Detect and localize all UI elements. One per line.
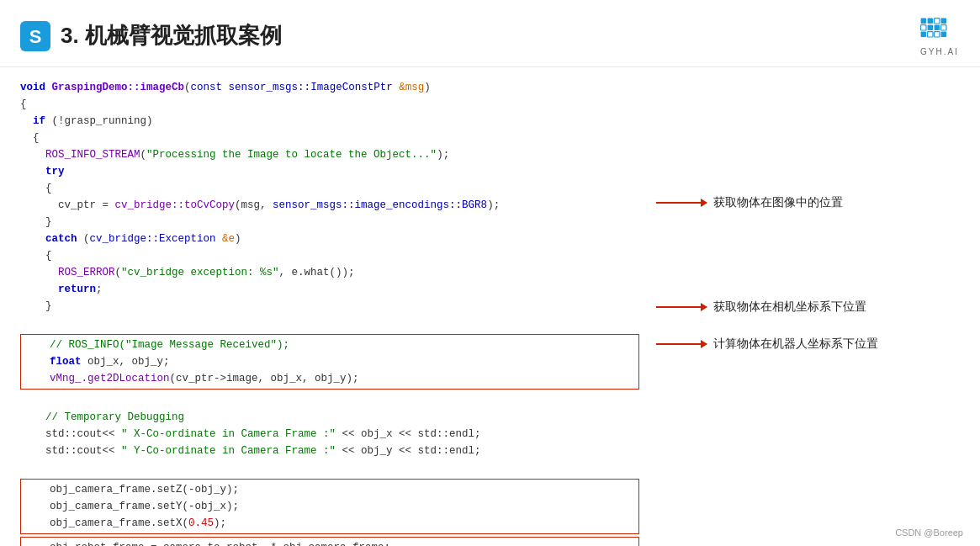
logo-icon bbox=[919, 15, 960, 45]
code-line-h1b: float obj_x, obj_y; bbox=[24, 353, 635, 370]
code-line-14: } bbox=[20, 298, 639, 315]
header-icon: S bbox=[20, 21, 50, 51]
code-line-11: { bbox=[20, 247, 639, 264]
code-line-1: void GraspingDemo::imageCb(const sensor_… bbox=[20, 79, 639, 96]
code-line-space2 bbox=[20, 392, 639, 409]
code-line-15: // Temporary Debugging bbox=[20, 409, 639, 426]
annotation-text-1: 获取物体在图像中的位置 bbox=[713, 195, 843, 210]
code-line-space1 bbox=[20, 315, 639, 331]
svg-rect-5 bbox=[941, 19, 946, 24]
code-line-4: { bbox=[20, 130, 639, 146]
svg-rect-7 bbox=[928, 25, 933, 30]
main-content: void GraspingDemo::imageCb(const sensor_… bbox=[0, 67, 980, 546]
code-line-h3a: obj_robot_frame = camera_to_robot_ * obj… bbox=[24, 539, 635, 546]
code-line-8: cv_ptr = cv_bridge::toCvCopy(msg, sensor… bbox=[20, 197, 639, 214]
page-title: 3. 机械臂视觉抓取案例 bbox=[61, 21, 919, 50]
svg-rect-9 bbox=[941, 25, 946, 30]
arrow-line-2 bbox=[656, 306, 707, 308]
svg-rect-4 bbox=[935, 19, 940, 24]
logo-text: GYH.AI bbox=[920, 47, 959, 56]
code-line-12: ROS_ERROR("cv_bridge exception: %s", e.w… bbox=[20, 264, 639, 281]
code-line-h1c: vMng_.get2DLocation(cv_ptr->image, obj_x… bbox=[24, 370, 635, 387]
annotation-area: 获取物体在图像中的位置 获取物体在相机坐标系下位置 计算物体在机器人坐标系下位置 bbox=[656, 79, 980, 546]
code-area: void GraspingDemo::imageCb(const sensor_… bbox=[0, 79, 656, 546]
code-line-3: if (!grasp_running) bbox=[20, 113, 639, 130]
annotation-3: 计算物体在机器人坐标系下位置 bbox=[656, 337, 878, 352]
code-line-space3 bbox=[20, 459, 639, 476]
annotation-2: 获取物体在相机坐标系下位置 bbox=[656, 300, 866, 315]
svg-rect-10 bbox=[921, 32, 926, 37]
code-line-h2a: obj_camera_frame.setZ(-obj_y); bbox=[24, 481, 635, 498]
annotation-1: 获取物体在图像中的位置 bbox=[656, 195, 843, 210]
page-container: S 3. 机械臂视觉抓取案例 GYH.AI bbox=[0, 0, 980, 546]
code-line-h2c: obj_camera_frame.setX(0.45); bbox=[24, 515, 635, 532]
svg-rect-13 bbox=[941, 32, 946, 37]
code-line-17: std::cout<< " Y-Co-ordinate in Camera Fr… bbox=[20, 443, 639, 459]
code-line-2: { bbox=[20, 96, 639, 113]
code-line-13: return; bbox=[20, 281, 639, 298]
code-line-10: catch (cv_bridge::Exception &e) bbox=[20, 231, 639, 247]
code-line-6: try bbox=[20, 163, 639, 180]
arrow-line-3 bbox=[656, 343, 707, 345]
code-line-16: std::cout<< " X-Co-ordinate in Camera Fr… bbox=[20, 426, 639, 443]
code-line-h2b: obj_camera_frame.setY(-obj_x); bbox=[24, 498, 635, 515]
svg-rect-8 bbox=[935, 25, 940, 30]
footer: CSDN @Boreep bbox=[895, 527, 963, 538]
annotation-text-3: 计算物体在机器人坐标系下位置 bbox=[713, 337, 878, 352]
code-line-9: } bbox=[20, 214, 639, 231]
svg-rect-11 bbox=[928, 32, 933, 37]
code-line-7: { bbox=[20, 180, 639, 197]
svg-rect-3 bbox=[928, 19, 933, 24]
svg-rect-12 bbox=[935, 32, 940, 37]
svg-text:S: S bbox=[29, 26, 42, 47]
logo-area: GYH.AI bbox=[919, 15, 960, 56]
highlight-block-2: obj_camera_frame.setZ(-obj_y); obj_camer… bbox=[20, 479, 639, 534]
highlight-block-3: obj_robot_frame = camera_to_robot_ * obj… bbox=[20, 537, 639, 546]
highlight-block-1: // ROS_INFO("Image Message Received"); f… bbox=[20, 334, 639, 390]
code-line-h1a: // ROS_INFO("Image Message Received"); bbox=[24, 337, 635, 353]
header: S 3. 机械臂视觉抓取案例 GYH.AI bbox=[0, 0, 980, 67]
footer-text: CSDN @Boreep bbox=[895, 527, 963, 538]
arrow-line-1 bbox=[656, 202, 707, 204]
annotation-text-2: 获取物体在相机坐标系下位置 bbox=[713, 300, 866, 315]
code-line-5: ROS_INFO_STREAM("Processing the Image to… bbox=[20, 146, 639, 163]
svg-rect-6 bbox=[921, 25, 926, 30]
svg-rect-2 bbox=[921, 19, 926, 24]
